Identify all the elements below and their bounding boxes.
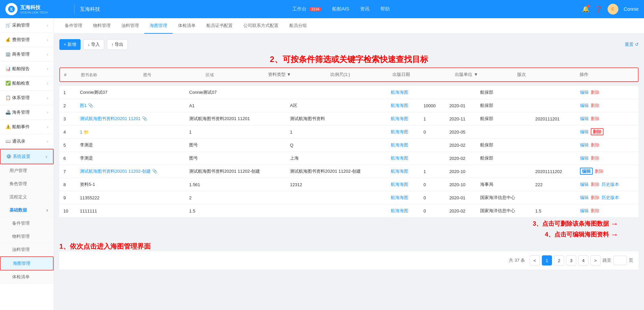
tab-cert-config[interactable]: 船员证书配置	[201, 18, 238, 34]
table-row: 5 李测是 图号 Q 航海海图 2020-02 航保部 编辑删除	[59, 139, 639, 152]
sidebar-item-system-manage[interactable]: 📋 体系管理 ›	[0, 91, 54, 105]
pub-unit-td: 国家海洋信息中心	[476, 204, 531, 218]
chevron-icon: ∨	[46, 208, 48, 212]
edit-button[interactable]: 编辑	[580, 156, 589, 161]
book-name-link[interactable]: 测试航海图书资料20201 11202-创建	[80, 169, 151, 174]
edit-button[interactable]: 编辑	[580, 168, 593, 175]
import-button[interactable]: ↓ 导入	[83, 39, 104, 50]
material-type-td: 航海海图	[387, 125, 419, 139]
page-1-button[interactable]: 1	[542, 255, 552, 265]
tab-material[interactable]: 物料管理	[88, 18, 116, 34]
avatar[interactable]: C	[608, 4, 618, 15]
export-button[interactable]: ↑ 导出	[107, 39, 128, 50]
edit-button[interactable]: 编辑	[580, 208, 589, 213]
delete-button[interactable]: 删除	[595, 169, 604, 174]
edit-button[interactable]: 编辑	[580, 129, 589, 134]
sidebar-item-sea[interactable]: 🚢 海务管理 ›	[0, 105, 54, 120]
edition-td: 222	[531, 178, 576, 191]
sidebar-item-role-manage[interactable]: 角色管理	[0, 177, 54, 191]
delete-button[interactable]: 删除	[591, 142, 599, 147]
sidebar-item-flow-define[interactable]: 流程定义	[0, 191, 54, 204]
sidebar-item-oil[interactable]: 油料管理	[0, 243, 54, 256]
bell-button[interactable]: 🔔	[582, 5, 589, 13]
scale-td: 0	[419, 178, 445, 191]
tab-health[interactable]: 体检清单	[173, 18, 201, 34]
prev-page-button[interactable]: <	[530, 255, 540, 265]
delete-button[interactable]: 删除	[591, 90, 599, 95]
ops-td: 编辑删除历史版本	[576, 191, 639, 204]
delete-button[interactable]: 删除	[591, 182, 599, 187]
row-num: 9	[59, 191, 76, 204]
sidebar-item-haitu[interactable]: 海图管理	[0, 256, 54, 271]
filter-area[interactable]	[206, 73, 260, 77]
tab-company-contact[interactable]: 公司联系方式配置	[238, 18, 284, 34]
material-type-td: 航海海图	[387, 112, 419, 125]
scale-td	[419, 86, 445, 99]
delete-button[interactable]: 删除	[591, 116, 599, 121]
delete-button[interactable]: 删除	[591, 195, 599, 200]
next-page-button[interactable]: >	[590, 255, 601, 265]
edit-button[interactable]: 编辑	[580, 142, 589, 147]
table-row: 6 李测是 图号 上海 航海海图 2020-02 航保部 编辑删除	[59, 152, 639, 165]
book-name-td: 资料5-1	[76, 178, 185, 191]
sidebar-item-purchase[interactable]: 🛒 采购管理 ›	[0, 18, 54, 33]
chart-no-td: 1.5	[185, 204, 286, 218]
history-button[interactable]: 历史版本	[602, 195, 619, 200]
user-name[interactable]: Connie	[624, 6, 639, 12]
sidebar-item-spare[interactable]: 备件管理	[0, 217, 54, 230]
history-button[interactable]: 历史版本	[602, 182, 619, 187]
delete-button[interactable]: 删除	[591, 156, 599, 161]
tab-crew-group[interactable]: 船员分组	[284, 18, 312, 34]
page-3-button[interactable]: 3	[566, 255, 576, 265]
page-4-button[interactable]: 4	[578, 255, 588, 265]
tab-spare[interactable]: 备件管理	[59, 18, 88, 34]
filter-chart-no[interactable]	[143, 73, 198, 77]
delete-button[interactable]: 删除	[591, 103, 599, 108]
sidebar-item-health-check[interactable]: 体检清单	[0, 271, 54, 284]
sidebar-item-contacts[interactable]: 📖 通讯录 ›	[0, 134, 54, 149]
material-type-td: 航海海图	[387, 99, 419, 112]
filter-book-name[interactable]	[81, 73, 135, 77]
book-name-link[interactable]: 图1	[80, 103, 87, 108]
delete-button[interactable]: 删除	[591, 208, 599, 213]
edition-td: 20201111202	[531, 165, 576, 178]
sidebar-group-basic[interactable]: 基础数据 ∨	[0, 204, 54, 217]
delete-button[interactable]: 删除	[591, 128, 604, 135]
pub-unit-td: 航保部	[476, 139, 531, 152]
add-button[interactable]: + 新增	[59, 39, 81, 50]
sidebar-item-settings[interactable]: ⚙️ 系统设置 ∨	[0, 149, 54, 164]
chart-no-td: 图号	[185, 152, 286, 165]
sidebar-item-incident[interactable]: ⚠️ 船舶事件 ›	[0, 120, 54, 134]
col-pub-unit: 出版单位 ▼	[451, 68, 513, 81]
edit-button[interactable]: 编辑	[580, 195, 589, 200]
edit-button[interactable]: 编辑	[580, 90, 589, 95]
sidebar-item-material[interactable]: 物料管理	[0, 230, 54, 243]
sidebar-item-report[interactable]: 📊 船舶报告 ›	[0, 62, 54, 76]
sidebar-item-inspect[interactable]: ✅ 船舶检查 ›	[0, 76, 54, 91]
sidebar-item-fee[interactable]: 💰 费用管理 ›	[0, 33, 54, 47]
nav-news[interactable]: 资讯	[360, 6, 370, 12]
book-name-link[interactable]: 1	[80, 130, 82, 135]
area-td	[286, 191, 387, 204]
edit-button[interactable]: 编辑	[580, 182, 589, 187]
tab-haitu[interactable]: 海图管理	[144, 18, 173, 34]
tab-oil[interactable]: 油料管理	[116, 18, 144, 34]
edit-button[interactable]: 编辑	[580, 116, 589, 121]
nav-ship-ais[interactable]: 船舶AIS	[332, 6, 349, 12]
chevron-icon: ›	[47, 67, 48, 71]
area-td	[286, 204, 387, 218]
page-2-button[interactable]: 2	[554, 255, 564, 265]
book-name-td: 图1 📎	[76, 99, 185, 112]
pub-unit-td: 航保部	[476, 86, 531, 99]
sidebar-item-user-manage[interactable]: 用户管理	[0, 164, 54, 177]
jump-input[interactable]	[613, 256, 627, 265]
nav-workbench[interactable]: 工作台 3334	[292, 6, 321, 12]
nav-help[interactable]: 帮助	[380, 6, 390, 12]
edit-button[interactable]: 编辑	[580, 103, 589, 108]
book-name-link[interactable]: 测试航海图书资料20201 11201	[80, 116, 141, 121]
sidebar-item-business[interactable]: 🏢 商务管理 ›	[0, 47, 54, 62]
reset-link[interactable]: 重置 ↺	[625, 41, 639, 48]
page-label: 页	[629, 257, 633, 263]
help-icon-button[interactable]: ❓	[595, 5, 602, 13]
edition-td	[531, 99, 576, 112]
